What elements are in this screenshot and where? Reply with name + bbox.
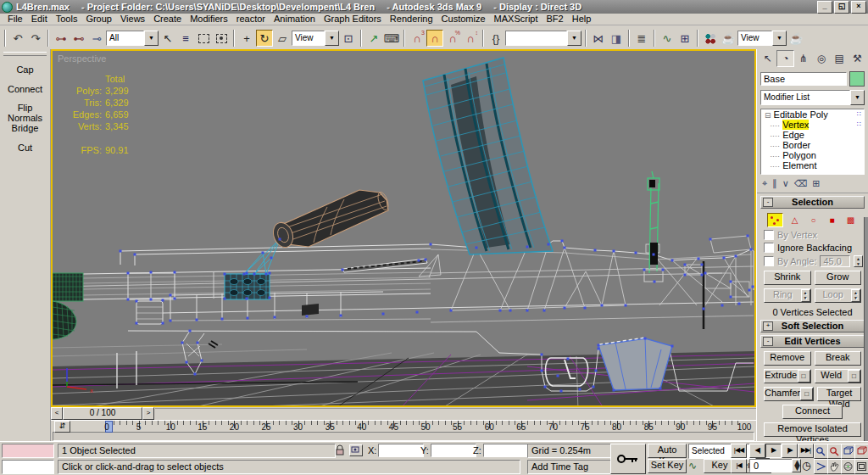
edge-subobject-icon[interactable]: △ [787,214,802,226]
perspective-viewport[interactable]: x [51,49,756,407]
zoom-extents-icon[interactable] [841,444,855,459]
snap-3d-icon[interactable]: ∩3 [409,30,426,47]
stack-item-vertex[interactable]: ···· Vertex∷ [761,120,864,130]
zoom-icon[interactable] [814,444,828,459]
remove-button[interactable]: Remove [764,351,811,366]
goto-start-icon[interactable]: |◀◀ [731,444,747,458]
default-in-out-tangent-icon[interactable]: ∿ [688,460,697,472]
current-frame-field[interactable]: 0 [749,459,795,472]
weld-settings-icon[interactable]: □ [848,370,860,383]
key-step-mode-icon[interactable]: |◀ [731,459,747,473]
by-angle-checkbox[interactable] [764,256,774,266]
extrude-settings-icon[interactable]: □ [798,370,810,383]
collapse-icon[interactable]: - [763,337,773,346]
vertex-subobject-icon[interactable] [767,213,783,227]
macro-recorder-field[interactable] [2,444,54,458]
cut-button[interactable]: Cut [0,141,50,154]
unlink-icon[interactable]: ⊷ [70,30,87,47]
modify-tab-icon[interactable]: ◔ [776,50,794,67]
bind-spacewarp-icon[interactable]: ⊸ [88,30,105,47]
menu-views[interactable]: Views [116,14,149,25]
mirror-icon[interactable]: ⋈ [590,30,607,47]
rotate-icon[interactable]: ↻ [256,30,273,47]
element-subobject-icon[interactable]: ▩ [843,214,858,226]
grow-button[interactable]: Grow [815,271,862,285]
chevron-down-icon[interactable]: ▼ [850,90,865,105]
menu-group[interactable]: Group [81,14,116,25]
remove-modifier-icon[interactable]: ⌫ [794,178,808,189]
curve-editor-icon[interactable]: ∿ [659,30,676,47]
target-weld-button[interactable]: Target Weld [817,387,861,401]
modifier-list-dropdown[interactable]: Modifier List ▼ [760,90,865,105]
y-coord-field[interactable] [431,444,476,457]
menu-tools[interactable]: Tools [52,14,82,25]
window-crossing-icon[interactable] [213,30,230,47]
arc-rotate-icon[interactable] [841,459,855,474]
absolute-offset-toggle-icon[interactable] [349,444,363,456]
timeline-ruler[interactable]: ⇵ 05101520253035404550556065707580859095… [51,420,756,432]
next-frame-icon[interactable]: |▶ [782,444,798,458]
kbd-override-icon[interactable]: ⌨ [383,30,400,47]
panel-grip[interactable] [3,52,47,56]
select-by-name-icon[interactable]: ≡ [177,30,194,47]
selection-lock-icon[interactable] [334,444,346,456]
stack-item-border[interactable]: ···· Border [761,140,864,150]
modifier-stack[interactable]: ⊟ Editable Poly∷ ···· Vertex∷ ···· Edge … [760,109,865,175]
zoom-extents-all-icon[interactable] [854,444,868,459]
weld-button[interactable]: Weld□ [815,369,862,383]
show-end-result-icon[interactable]: ∥ [772,178,777,189]
spinner-snap-icon[interactable]: ∩↕ [462,30,479,47]
object-color-swatch[interactable] [849,71,865,87]
chevron-down-icon[interactable]: ▼ [772,31,787,46]
percent-snap-icon[interactable]: ∩% [444,30,461,47]
menu-customize[interactable]: Customize [437,14,490,25]
create-tab-icon[interactable]: ↖ [759,50,776,67]
stack-item-editable-poly[interactable]: ⊟ Editable Poly∷ [761,109,864,120]
shrink-button[interactable]: Shrink [764,271,811,285]
chamfer-settings-icon[interactable]: □ [800,388,813,400]
make-unique-icon[interactable]: ∨ [782,178,789,189]
border-subobject-icon[interactable]: ○ [806,214,821,226]
stack-item-polygon[interactable]: ···· Polygon [761,150,864,160]
track-bar[interactable] [53,432,754,441]
utilities-tab-icon[interactable]: ⚒ [849,50,866,67]
x-coord-field[interactable] [378,444,424,457]
menu-rendering[interactable]: Rendering [386,14,437,25]
stack-item-edge[interactable]: ···· Edge [761,130,864,140]
chevron-down-icon[interactable]: ▼ [325,31,339,46]
menu-create[interactable]: Create [149,14,186,25]
viewport-canvas[interactable]: x [53,51,754,407]
menu-maxscript[interactable]: MAXScript [490,14,542,25]
time-slider-handle[interactable]: 0 / 100 [63,407,142,420]
flip-normals-button[interactable]: Flip Normals [0,102,50,115]
layers-icon[interactable]: ≣ [633,30,650,47]
render-type-dropdown[interactable]: View▼ [737,31,787,46]
ring-button[interactable]: Ring▲▼ [764,288,811,303]
remove-isolated-vertices-button[interactable]: Remove Isolated Vertices [764,422,861,437]
viewport-label[interactable]: Perspective [58,53,106,64]
time-slider-track[interactable] [155,408,756,420]
select-object-icon[interactable]: ↖ [159,30,176,47]
edit-vertices-rollout-header[interactable]: - Edit Vertices [760,335,865,348]
pivot-center-icon[interactable]: ⊡ [340,30,357,47]
stack-item-element[interactable]: ···· Element [761,160,864,170]
by-vertex-checkbox[interactable] [764,230,774,240]
manipulate-icon[interactable]: ↗ [365,30,382,47]
break-button[interactable]: Break [815,351,862,366]
auto-key-button[interactable]: Auto Key [648,444,687,458]
close-button[interactable]: × [851,1,866,14]
angle-snap-icon[interactable]: ∩ [426,30,443,47]
maximize-viewport-icon[interactable] [854,459,868,474]
configure-modifier-sets-icon[interactable]: ⊞ [812,178,820,189]
menu-edit[interactable]: Edit [27,14,52,25]
chamfer-button[interactable]: Chamfer□ [764,387,814,401]
angle-value-field[interactable]: 45.0 [820,255,850,267]
motion-tab-icon[interactable]: ◎ [813,50,831,67]
align-icon[interactable]: ◨ [608,30,625,47]
ring-spinner[interactable]: ▲▼ [801,289,810,302]
connect-button[interactable]: Connect [782,405,843,419]
set-key-button[interactable]: Set Key [648,459,687,473]
chevron-down-icon[interactable]: ▼ [567,31,581,46]
polygon-subobject-icon[interactable]: ■ [825,214,839,226]
minimize-button[interactable]: _ [817,1,832,14]
